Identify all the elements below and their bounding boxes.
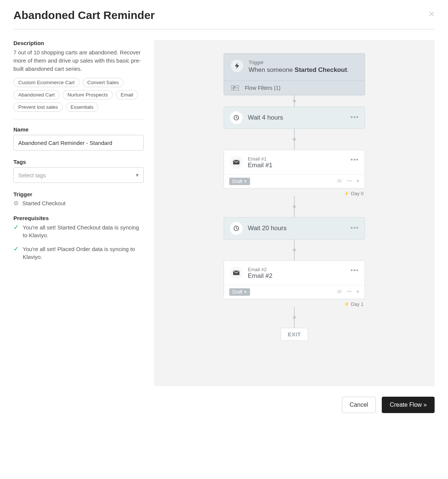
tag-chip[interactable]: Abandoned Cart [13,90,60,99]
description-text: 7 out of 10 shopping carts are abandoned… [13,48,144,73]
tag-chips: Custom Ecommerce Cart Convert Sales Aban… [13,78,144,112]
email-title: Email #1 [248,162,272,169]
trigger-node[interactable]: Trigger When someone Started Checkout. F… [224,53,365,95]
prerequisites-label: Prerequisites [13,215,144,221]
trigger-node-label: Trigger [249,60,349,65]
filter-funnel-icon[interactable]: ▾ [356,288,359,295]
trigger-node-text: When someone Started Checkout. [249,66,349,74]
create-flow-button[interactable]: Create Flow » [382,397,435,413]
tag-chip[interactable]: Nurture Prospects [63,90,113,99]
filter-icon [231,85,240,91]
email-badge: Email #2 [248,267,272,272]
mail-icon [230,156,243,169]
tags-placeholder: Select tags [18,172,46,178]
email-title: Email #2 [248,272,272,280]
check-icon: ✓ [13,245,19,253]
email-node[interactable]: Email #2 Email #2 ••• Draft▼ ✉ 〜 ▾ [224,260,365,299]
connector [294,240,295,260]
more-icon[interactable]: ••• [351,114,359,121]
mail-outline-icon[interactable]: ✉ [337,288,342,295]
flow-canvas: Trigger When someone Started Checkout. F… [154,40,435,386]
connector [294,196,295,217]
trigger-value: Started Checkout [22,200,65,206]
day-badge: ⚡Day 0 [224,188,365,196]
wait-node[interactable]: Wait 20 hours ••• [224,217,365,240]
prerequisite-text: You're all set! Started Checkout data is… [23,223,144,239]
tag-chip[interactable]: Custom Ecommerce Cart [13,78,80,87]
status-pill[interactable]: Draft▼ [229,178,250,185]
wait-text: Wait 4 hours [248,114,345,121]
chevron-down-icon: ▼ [244,180,247,183]
tags-label: Tags [13,159,144,165]
tag-chip[interactable]: Convert Sales [83,78,124,87]
tag-chip[interactable]: Email [116,90,138,99]
flow-name-input[interactable] [13,135,144,150]
exit-node[interactable]: EXIT [281,328,308,341]
wait-text: Wait 20 hours [248,225,345,232]
tag-chip[interactable]: Prevent lost sales [13,102,63,112]
day-badge: ⚡Day 1 [224,299,365,307]
chevron-down-icon: ▼ [244,290,247,294]
modal-title: Abandoned Cart Reminder [13,9,155,22]
bolt-icon [231,60,243,72]
more-icon[interactable]: ••• [351,224,359,232]
tag-chip[interactable]: Essentials [66,102,99,112]
analytics-icon[interactable]: 〜 [346,178,352,185]
connector [294,129,295,150]
close-icon[interactable]: × [429,9,435,19]
mail-outline-icon[interactable]: ✉ [337,178,342,185]
cancel-button[interactable]: Cancel [342,397,376,413]
analytics-icon[interactable]: 〜 [346,288,352,295]
check-icon: ✓ [13,223,19,232]
wait-node[interactable]: Wait 4 hours ••• [224,107,365,129]
flow-filters-row[interactable]: Flow Filters (1) [224,80,365,95]
connector [294,307,295,328]
name-label: Name [13,126,144,133]
svg-line-11 [236,228,237,229]
connector [294,95,295,107]
prerequisite-text: You're all set! Placed Order data is syn… [23,245,144,261]
gear-icon: ⚙ [13,200,19,207]
clock-icon [230,111,243,124]
mail-icon [230,267,243,279]
email-node[interactable]: Email #1 Email #1 ••• Draft▼ ✉ 〜 ▾ [224,150,365,188]
email-badge: Email #1 [248,156,272,162]
svg-line-7 [236,118,237,118]
trigger-label: Trigger [13,191,144,197]
tags-select[interactable]: Select tags ▾ [13,167,144,183]
description-label: Description [13,40,144,46]
clock-icon [230,222,243,235]
status-pill[interactable]: Draft▼ [229,288,250,296]
svg-point-4 [237,88,238,89]
header-divider [13,29,435,29]
flow-filters-text: Flow Filters (1) [245,85,281,91]
more-icon[interactable]: ••• [351,267,359,275]
filter-funnel-icon[interactable]: ▾ [356,178,359,185]
chevron-down-icon: ▾ [136,172,139,178]
more-icon[interactable]: ••• [351,156,359,164]
